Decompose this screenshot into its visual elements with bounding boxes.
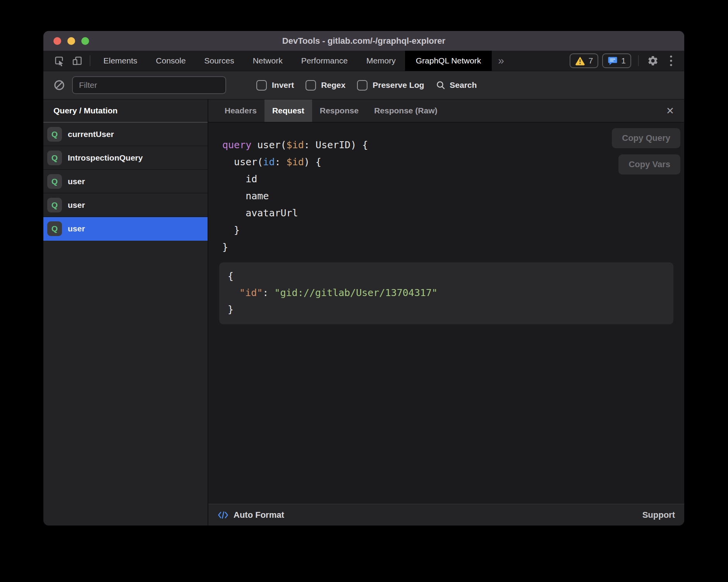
request-row-introspectionquery-1[interactable]: QIntrospectionQuery [43, 146, 208, 170]
code-line: name [222, 188, 684, 205]
graphql-variables-box: { "id": "gid://gitlab/User/13704317"} [219, 262, 673, 324]
checkbox-label-regex: Regex [321, 80, 345, 90]
devtools-window: DevTools - gitlab.com/-/graphql-explorer… [43, 31, 684, 526]
toolbar-tab-elements[interactable]: Elements [94, 51, 147, 71]
traffic-lights [53, 31, 89, 51]
request-list-panel: Query / Mutation QcurrentUserQIntrospect… [43, 99, 208, 526]
detail-footer: Auto Format Support [208, 504, 684, 526]
query-type-icon: Q [47, 151, 62, 165]
detail-tabs-list: HeadersRequestResponseResponse (Raw) [209, 99, 445, 122]
main-split: Query / Mutation QcurrentUserQIntrospect… [43, 99, 684, 526]
code-line: } [222, 222, 684, 239]
messages-badge[interactable]: 1 [602, 53, 631, 68]
filter-checkboxes: InvertRegexPreserve Log [256, 80, 424, 91]
query-type-icon: Q [47, 221, 62, 236]
checkbox-label-invert: Invert [272, 80, 294, 90]
search-label: Search [450, 80, 477, 90]
checkbox-group-preserve-log[interactable]: Preserve Log [357, 80, 424, 91]
detail-tab-headers[interactable]: Headers [217, 99, 264, 122]
inspect-element-icon[interactable] [50, 51, 68, 71]
request-list-header: Query / Mutation [43, 99, 208, 123]
toolbar-right: 7 1 [570, 51, 684, 71]
checkbox-invert[interactable] [256, 80, 267, 91]
checkbox-group-invert[interactable]: Invert [256, 80, 294, 91]
query-type-icon: Q [47, 127, 62, 142]
code-format-icon [218, 510, 228, 520]
warnings-count: 7 [589, 56, 593, 65]
kebab-menu-icon[interactable] [664, 55, 678, 67]
close-window-button[interactable] [53, 37, 61, 45]
devtools-tabbar: ElementsConsoleSourcesNetworkPerformance… [43, 51, 684, 71]
detail-tab-response[interactable]: Response [312, 99, 366, 122]
toolbar-tabs: ElementsConsoleSourcesNetworkPerformance… [94, 51, 492, 71]
zoom-window-button[interactable] [81, 37, 89, 45]
toolbar-tab-network[interactable]: Network [244, 51, 292, 71]
checkbox-preserve-log[interactable] [357, 80, 367, 91]
checkbox-label-preserve-log: Preserve Log [373, 80, 424, 90]
request-row-user-3[interactable]: Quser [43, 193, 208, 217]
graphql-variables-code: { "id": "gid://gitlab/User/13704317"} [219, 262, 673, 318]
checkbox-regex[interactable] [306, 80, 316, 91]
request-list: QcurrentUserQIntrospectionQueryQuserQuse… [43, 123, 208, 241]
more-tabs-icon[interactable]: » [492, 51, 510, 71]
toolbar-right-divider [638, 55, 639, 66]
warnings-badge[interactable]: 7 [570, 53, 599, 68]
auto-format-button[interactable]: Auto Format [218, 510, 284, 520]
device-toolbar-icon[interactable] [68, 51, 86, 71]
toolbar-tab-memory[interactable]: Memory [357, 51, 405, 71]
query-type-icon: Q [47, 198, 62, 212]
code-line: } [228, 301, 673, 318]
filter-bar: InvertRegexPreserve Log Search [43, 71, 684, 99]
request-label: IntrospectionQuery [68, 153, 143, 163]
request-row-user-4[interactable]: Quser [43, 217, 208, 241]
request-label: user [68, 200, 85, 210]
detail-tab-response-raw[interactable]: Response (Raw) [366, 99, 445, 122]
query-type-icon: Q [47, 174, 62, 189]
toolbar-tab-sources[interactable]: Sources [195, 51, 244, 71]
close-icon[interactable]: ✕ [666, 99, 674, 122]
request-tab-content: query user($id: UserID) { user(id: $id) … [208, 123, 684, 504]
filter-input[interactable] [72, 76, 226, 94]
checkbox-group-regex[interactable]: Regex [306, 80, 345, 91]
request-row-user-2[interactable]: Quser [43, 170, 208, 193]
request-label: user [68, 224, 85, 233]
support-link[interactable]: Support [642, 510, 675, 520]
block-icon[interactable] [53, 79, 65, 91]
message-icon [608, 56, 618, 66]
auto-format-label: Auto Format [234, 510, 284, 520]
titlebar: DevTools - gitlab.com/-/graphql-explorer [43, 31, 684, 51]
request-label: currentUser [68, 130, 114, 139]
window-title: DevTools - gitlab.com/-/graphql-explorer [282, 36, 445, 46]
toolbar-tab-graphql-network[interactable]: GraphQL Network [405, 51, 492, 71]
copy-query-button[interactable]: Copy Query [612, 128, 680, 148]
copy-vars-button[interactable]: Copy Vars [618, 154, 680, 175]
request-detail-panel: HeadersRequestResponseResponse (Raw) ✕ q… [208, 99, 684, 526]
code-line: avatarUrl [222, 205, 684, 222]
toolbar-tab-performance[interactable]: Performance [292, 51, 357, 71]
toolbar-divider [90, 55, 90, 66]
search-button[interactable]: Search [436, 80, 477, 90]
code-line: } [222, 239, 684, 256]
copy-buttons: Copy QueryCopy Vars [612, 128, 680, 175]
code-line: { [228, 268, 673, 284]
request-row-currentuser-0[interactable]: QcurrentUser [43, 123, 208, 146]
search-icon [436, 80, 446, 90]
code-line: "id": "gid://gitlab/User/13704317" [228, 284, 673, 301]
minimize-window-button[interactable] [67, 37, 75, 45]
detail-tab-request[interactable]: Request [264, 99, 312, 122]
warning-icon [575, 56, 585, 65]
toolbar-tab-console[interactable]: Console [147, 51, 195, 71]
messages-count: 1 [621, 56, 626, 65]
settings-gear-icon[interactable] [642, 55, 664, 67]
detail-tabs: HeadersRequestResponseResponse (Raw) ✕ [208, 99, 684, 123]
request-label: user [68, 177, 85, 186]
